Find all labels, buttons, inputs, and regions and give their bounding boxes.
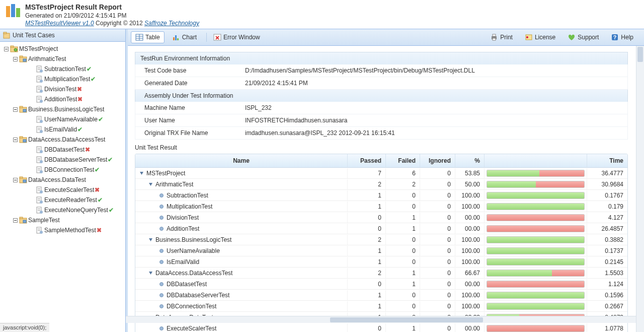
pass-icon: ✔ [87,65,92,73]
table-row[interactable]: DBDatabaseServerTest100100.000.1596 [135,290,627,301]
table-row[interactable]: IsEmailValid100100.000.2145 [135,256,627,268]
cell-passed: 0 [348,213,386,223]
tree-item-label[interactable]: SubtractionTest [44,65,86,73]
tree-test[interactable]: DBConnectionTest✔ [1,165,124,175]
svg-rect-16 [38,68,40,68]
tree-test[interactable]: ExecuteNoneQueryTest✔ [1,205,124,215]
col-name[interactable]: Name [135,154,348,167]
tree-item-label[interactable]: Business.BusinessLogicTest [28,106,104,113]
horizontal-scrollbar[interactable] [126,316,636,323]
tree-test[interactable]: DivisionTest✖ [1,84,124,94]
cell-bar [485,213,587,223]
row-toggle[interactable] [138,170,144,176]
tree-item-label[interactable]: ExecuteReaderTest [44,196,97,204]
tree-item-label[interactable]: MSTestProject [19,45,58,52]
table-row[interactable]: Business.BusinessLogicTest200100.000.388… [135,234,627,245]
tree-group[interactable]: SampleTest [1,215,124,225]
tree-item-label[interactable]: ExecuteNoneQueryTest [44,207,108,214]
content-area: TestRun Environment Information Test Cod… [128,46,644,332]
cell-bar [485,224,587,234]
tree-item-label[interactable]: DBDatabaseServerTest [44,156,107,163]
tree-item-label[interactable]: DBDatasetTest [44,146,85,153]
support-button[interactable]: Support [563,31,603,43]
row-name: DivisionTest [167,214,199,221]
cell-time: 1.5503 [587,268,627,278]
tree-toggle[interactable] [12,137,18,143]
col-pct[interactable]: % [455,154,485,167]
print-button[interactable]: Print [486,31,517,43]
table-row[interactable]: MultiplicationTest100100.000.179 [135,201,627,212]
tree-test[interactable]: DBDatabaseServerTest✔ [1,155,124,165]
help-button[interactable]: ? Help [606,31,638,43]
col-failed[interactable]: Failed [386,154,420,167]
tree-item-label[interactable]: ArithmaticTest [28,55,66,62]
row-toggle[interactable] [147,270,153,276]
table-row[interactable]: DataAccess.DataAccessTest21066.671.5503 [135,268,627,279]
company-link[interactable]: Saffroze Technology [144,20,199,27]
tree-item-label[interactable]: DataAccess.DataAccessTest [28,136,105,143]
row-toggle[interactable] [147,237,153,243]
table-row[interactable]: SubtractionTest100100.000.1767 [135,190,627,201]
cell-name: DBConnectionTest [135,301,348,311]
col-time[interactable]: Time [587,154,627,167]
tree-test[interactable]: SampleMethodTest✖ [1,225,124,235]
error-window-button[interactable]: Error Window [209,31,265,43]
cell-passed: 0 [348,224,386,234]
tree-group[interactable]: DataAccess.DataTest [1,175,124,185]
tree-item-label[interactable]: IsEmailValid [44,126,77,133]
tree-group[interactable]: Business.BusinessLogicTest [1,104,124,114]
tree-item-label[interactable]: SampleTest [28,217,60,224]
tree-toggle[interactable] [12,106,18,112]
tree-item-label[interactable]: SampleMethodTest [44,227,96,234]
cell-ignored: 0 [420,268,455,278]
table-row[interactable]: AdditionTest01000.0026.4857 [135,223,627,234]
cell-bar [485,290,587,300]
cell-name: SubtractionTest [135,190,348,201]
table-row[interactable]: ArithmaticTest22050.0030.9684 [135,179,627,190]
table-row[interactable]: DBConnectionTest100100.000.2667 [135,301,627,312]
table-row[interactable]: DBDatasetTest01000.001.124 [135,279,627,290]
tree-toggle[interactable] [12,56,18,62]
vertical-scrollbar[interactable]: ▲ ▼ [636,46,644,332]
viewer-link[interactable]: MSTestResultViewer v1.0 [25,20,94,27]
tree-test[interactable]: UserNameAvailable✔ [1,114,124,124]
tree-test[interactable]: IsEmailValid✔ [1,124,124,135]
scroll-thumb[interactable] [637,47,643,62]
table-row[interactable]: ExecuteScalerTest01000.001.0778 [135,323,627,332]
tree-item-label[interactable]: UserNameAvailable [44,116,98,123]
svg-rect-93 [177,38,179,40]
tree-test[interactable]: ExecuteReaderTest✔ [1,195,124,205]
cell-ignored: 0 [420,168,455,178]
table-row[interactable]: MSTestProject76053.8536.4777 [135,168,627,179]
tree-test[interactable]: DBDatasetTest✖ [1,145,124,155]
col-passed[interactable]: Passed [348,154,386,167]
status-bar: javascript:void(0); [0,323,49,332]
hscroll-thumb[interactable] [330,317,483,322]
tree-toggle[interactable] [12,217,18,223]
tree-body[interactable]: MSTestProjectArithmaticTestSubtractionTe… [0,42,125,324]
tree-test[interactable]: SubtractionTest✔ [1,64,124,74]
chart-button[interactable]: Chart [168,31,201,43]
col-ignored[interactable]: Ignored [420,154,455,167]
tree-root[interactable]: MSTestProject [1,44,124,54]
tree-group[interactable]: ArithmaticTest [1,54,124,64]
row-toggle[interactable] [147,181,153,187]
tree-toggle[interactable] [12,177,18,183]
tree-item-label[interactable]: MultiplicationTest [44,76,90,83]
license-button[interactable]: License [520,31,560,43]
tree-item-label[interactable]: DivisionTest [44,86,76,93]
table-row[interactable]: UserNameAvailable100100.000.1737 [135,245,627,256]
table-button[interactable]: Table [131,31,165,43]
tree-item-label[interactable]: DBConnectionTest [44,166,94,173]
tree-item-label[interactable]: ExecuteScalerTest [44,186,94,193]
tree-group[interactable]: DataAccess.DataAccessTest [1,135,124,145]
table-row[interactable]: DivisionTest01000.004.127 [135,212,627,223]
tree-item-label[interactable]: AdditionTest [44,96,77,103]
tree-test[interactable]: MultiplicationTest✔ [1,74,124,84]
tree-toggle[interactable] [3,46,9,52]
tree-test[interactable]: AdditionTest✖ [1,94,124,104]
tree-item-label[interactable]: DataAccess.DataTest [28,176,86,183]
machine-label: Machine Name [135,102,240,114]
tree-panel: Unit Test Cases MSTestProjectArithmaticT… [0,29,126,332]
tree-test[interactable]: ExecuteScalerTest✖ [1,185,124,195]
